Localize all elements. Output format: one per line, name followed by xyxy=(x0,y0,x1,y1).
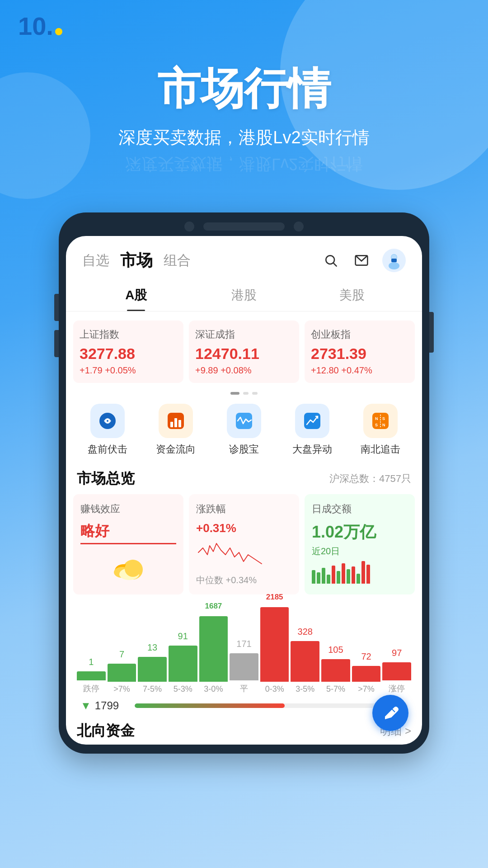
app-header: 自选 市场 组合 xyxy=(66,236,422,279)
progress-bar-fill xyxy=(135,703,285,708)
north-capital: 北向资金 明细 > xyxy=(66,716,422,745)
bar-group-2: 13 7-5% xyxy=(138,642,167,694)
market-overview-header: 市场总览 沪深总数：4757只 xyxy=(66,465,422,494)
index-cards: 上证指数 3277.88 +1.79 +0.05% 深证成指 12470.11 … xyxy=(66,311,422,388)
tool-label-dapan: 大盘异动 xyxy=(292,443,332,456)
header-icons xyxy=(321,249,406,272)
svg-point-4 xyxy=(389,262,399,269)
market-overview-title: 市场总览 xyxy=(77,469,135,489)
svg-line-1 xyxy=(333,263,337,266)
tool-panqian[interactable]: 盘前伏击 xyxy=(73,404,141,456)
bar-group-4: 1687 3-0% xyxy=(199,602,228,694)
index-value-1: 12470.11 xyxy=(195,345,293,363)
hero-title: 市场行情 xyxy=(157,60,331,119)
phone-camera-right xyxy=(294,222,304,231)
stock-tab-hk[interactable]: 港股 xyxy=(190,279,298,311)
tool-icon-panqian xyxy=(90,404,125,438)
tool-dapan[interactable]: 大盘异动 xyxy=(278,404,347,456)
dot-0 xyxy=(230,392,239,395)
rise-fall-title: 涨跌幅 xyxy=(196,502,292,516)
bar-group-8: 105 5-7% xyxy=(321,645,350,694)
svg-point-9 xyxy=(107,420,108,422)
bar-group-10: 97 涨停 xyxy=(382,648,411,694)
phone-speaker xyxy=(203,222,285,231)
bar-group-3: 91 5-3% xyxy=(169,631,197,694)
tab-zuhe[interactable]: 组合 xyxy=(164,251,191,270)
index-card-2[interactable]: 创业板指 2731.39 +12.80 +0.47% xyxy=(305,321,415,383)
bar-chart: 1 跌停 7 >7% 13 7-5% 91 5-3% 1687 3-0% 171… xyxy=(73,604,415,694)
phone-screen: 自选 市场 组合 xyxy=(66,236,422,745)
earn-effect-card[interactable]: 赚钱效应 略好 xyxy=(73,494,183,594)
sun-icon xyxy=(80,552,176,583)
phone-notch xyxy=(66,222,422,231)
earn-effect-title: 赚钱效应 xyxy=(80,502,176,516)
logo-dot xyxy=(55,28,62,35)
tool-icon-nanbei: N S S N xyxy=(363,404,398,438)
tool-nanbei[interactable]: N S S N 南北追击 xyxy=(347,404,415,456)
bar-group-7: 328 3-5% xyxy=(291,627,319,694)
index-title-1: 深证成指 xyxy=(195,328,293,341)
daily-volume-sub: 近20日 xyxy=(312,545,408,557)
progress-bar xyxy=(135,703,408,708)
distribution-chart: 1 跌停 7 >7% 13 7-5% 91 5-3% 1687 3-0% 171… xyxy=(66,594,422,716)
hero-subtitle-mirror: 深度买卖数据，港股Lv2实时行情 xyxy=(125,153,363,175)
search-icon[interactable] xyxy=(321,250,341,270)
bar-group-9: 72 >7% xyxy=(352,651,381,694)
bottom-bar: ▼ 1799 xyxy=(73,694,415,716)
index-title-2: 创业板指 xyxy=(311,328,408,341)
phone-button-left2 xyxy=(54,330,59,357)
tool-icon-dapan xyxy=(295,404,329,438)
index-change-0: +1.79 +0.05% xyxy=(80,365,177,376)
svg-text:N: N xyxy=(382,423,385,427)
rise-fall-sub: 中位数 +0.34% xyxy=(196,574,292,586)
dot-pagination xyxy=(66,388,422,398)
tool-label-panqian: 盘前伏击 xyxy=(88,443,127,456)
tool-zijin[interactable]: 资金流向 xyxy=(141,404,210,456)
phone-button-right xyxy=(429,312,434,353)
tab-shichang[interactable]: 市场 xyxy=(120,250,153,272)
index-card-0[interactable]: 上证指数 3277.88 +1.79 +0.05% xyxy=(73,321,183,383)
svg-rect-6 xyxy=(391,259,397,262)
svg-text:S: S xyxy=(375,423,378,427)
avatar-icon[interactable] xyxy=(382,249,406,272)
bar-group-6: 2185 0-3% xyxy=(260,593,289,694)
daily-volume-title: 日成交额 xyxy=(312,502,408,516)
bottom-number: 1799 xyxy=(95,699,131,712)
down-arrow-icon: ▼ xyxy=(80,699,91,712)
volume-mini-bars xyxy=(312,561,408,584)
dot-1 xyxy=(243,392,249,395)
stock-tab-a[interactable]: A股 xyxy=(82,279,190,311)
bar-group-5: 171 平 xyxy=(230,639,258,694)
svg-point-0 xyxy=(326,255,334,264)
index-change-2: +12.80 +0.47% xyxy=(311,365,408,376)
svg-text:S: S xyxy=(382,416,385,421)
tool-icons: 盘前伏击 资金流向 xyxy=(66,398,422,465)
hero-subtitle: 深度买卖数据，港股Lv2实时行情 xyxy=(118,126,369,149)
rise-fall-card[interactable]: 涨跌幅 +0.31% 中位数 +0.34% xyxy=(189,494,299,594)
tool-label-nanbei: 南北追击 xyxy=(361,443,400,456)
logo-badge: 10. xyxy=(18,14,62,39)
svg-point-26 xyxy=(125,561,141,577)
index-value-0: 3277.88 xyxy=(80,345,177,363)
phone-container: 自选 市场 组合 xyxy=(0,212,488,767)
index-value-2: 2731.39 xyxy=(311,345,408,363)
nav-tabs: 自选 市场 组合 xyxy=(82,250,191,272)
tab-zixuan[interactable]: 自选 xyxy=(82,251,109,270)
index-card-1[interactable]: 深证成指 12470.11 +9.89 +0.08% xyxy=(189,321,299,383)
daily-volume-card[interactable]: 日成交额 1.02万亿 近20日 xyxy=(305,494,415,594)
svg-rect-11 xyxy=(170,422,173,427)
index-title-0: 上证指数 xyxy=(80,328,177,341)
daily-volume-value: 1.02万亿 xyxy=(312,521,408,543)
stock-tab-us[interactable]: 美股 xyxy=(298,279,406,311)
mail-icon[interactable] xyxy=(352,250,371,270)
tool-zhengu[interactable]: 诊股宝 xyxy=(210,404,278,456)
logo-text: 10. xyxy=(18,12,53,40)
mini-line-chart xyxy=(196,539,292,572)
svg-rect-13 xyxy=(178,420,181,427)
tool-icon-zijin xyxy=(159,404,193,438)
stock-tabs: A股 港股 美股 xyxy=(66,279,422,311)
dot-2 xyxy=(252,392,258,395)
svg-rect-12 xyxy=(174,418,177,427)
svg-text:N: N xyxy=(375,416,378,421)
fab-button[interactable] xyxy=(372,695,408,731)
